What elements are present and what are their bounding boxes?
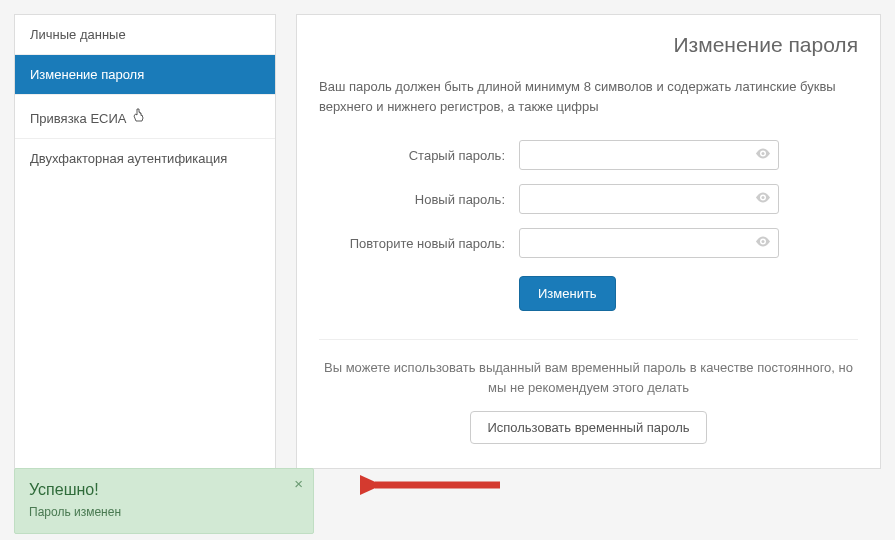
repeat-password-wrap [519, 228, 779, 258]
sidebar-item-2fa[interactable]: Двухфакторная аутентификация [15, 139, 275, 178]
new-password-row: Новый пароль: [319, 184, 858, 214]
pointer-cursor-icon [128, 113, 145, 125]
sidebar-item-label: Привязка ЕСИА [30, 111, 126, 126]
svg-point-0 [762, 152, 765, 155]
submit-button[interactable]: Изменить [519, 276, 616, 311]
old-password-wrap [519, 140, 779, 170]
eye-icon[interactable] [755, 148, 771, 163]
divider [319, 339, 858, 340]
success-toast: Успешно! Пароль изменен × [14, 468, 314, 534]
use-temp-password-button[interactable]: Использовать временный пароль [470, 411, 706, 444]
sidebar-item-personal[interactable]: Личные данные [15, 15, 275, 55]
settings-sidebar: Личные данные Изменение пароля Привязка … [14, 14, 276, 469]
sidebar-item-change-password[interactable]: Изменение пароля [15, 55, 275, 95]
page-layout: Личные данные Изменение пароля Привязка … [0, 0, 895, 483]
password-help-text: Ваш пароль должен быть длиной минимум 8 … [319, 77, 858, 116]
main-panel: Изменение пароля Ваш пароль должен быть … [296, 14, 881, 469]
eye-icon[interactable] [755, 192, 771, 207]
toast-message: Пароль изменен [29, 505, 283, 519]
new-password-wrap [519, 184, 779, 214]
page-title: Изменение пароля [319, 33, 858, 57]
close-icon[interactable]: × [294, 475, 303, 492]
secondary-button-row: Использовать временный пароль [319, 411, 858, 444]
repeat-password-input[interactable] [519, 228, 779, 258]
repeat-password-row: Повторите новый пароль: [319, 228, 858, 258]
svg-point-1 [762, 196, 765, 199]
old-password-label: Старый пароль: [319, 148, 519, 163]
sidebar-item-esia[interactable]: Привязка ЕСИА [15, 95, 275, 139]
old-password-input[interactable] [519, 140, 779, 170]
repeat-password-label: Повторите новый пароль: [319, 236, 519, 251]
new-password-label: Новый пароль: [319, 192, 519, 207]
submit-row: Изменить [319, 276, 858, 311]
eye-icon[interactable] [755, 236, 771, 251]
new-password-input[interactable] [519, 184, 779, 214]
old-password-row: Старый пароль: [319, 140, 858, 170]
toast-title: Успешно! [29, 481, 283, 499]
svg-point-2 [762, 240, 765, 243]
temporary-password-text: Вы можете использовать выданный вам врем… [319, 358, 858, 397]
